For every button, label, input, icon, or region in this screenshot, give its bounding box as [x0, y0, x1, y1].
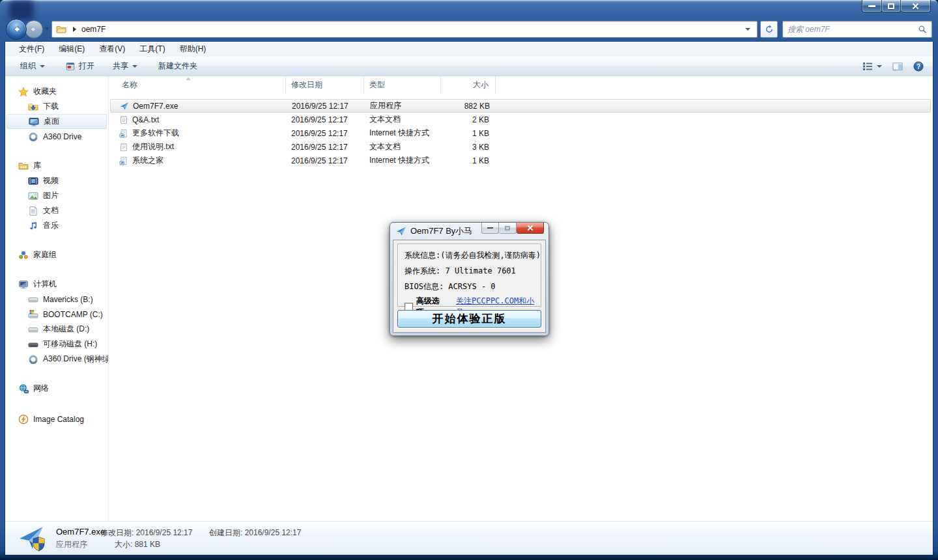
sidebar-item-downloads[interactable]: 下载: [7, 99, 107, 114]
recent-pages-dropdown[interactable]: [44, 27, 50, 31]
menu-view[interactable]: 查看(V): [92, 42, 132, 57]
sidebar-item-a360-drive-2[interactable]: A360 Drive (钢神绿: [7, 352, 107, 367]
desktop-icon: [29, 117, 39, 127]
sidebar-item-desktop[interactable]: 桌面: [7, 114, 107, 129]
column-header-size[interactable]: 大小: [441, 76, 496, 94]
address-bar[interactable]: oem7F: [51, 21, 758, 38]
file-size: 3 KB: [441, 143, 496, 152]
details-pane: Oem7F7.exe 修改日期: 2016/9/25 12:17 创建日期: 2…: [5, 521, 933, 555]
column-headers: 名称 修改日期 类型 大小: [109, 76, 933, 94]
sidebar-label: Image Catalog: [33, 415, 84, 424]
preview-pane-icon[interactable]: [892, 61, 903, 72]
details-modified: 修改日期: 2016/9/25 12:17: [100, 527, 192, 539]
close-button[interactable]: [901, 0, 931, 12]
internet-shortcut-icon: [119, 156, 128, 165]
breadcrumb-path[interactable]: oem7F: [81, 25, 106, 34]
plane-shield-icon: [18, 525, 46, 552]
sidebar-item-network[interactable]: 网络: [7, 381, 107, 396]
sidebar-label: A360 Drive (钢神绿: [43, 354, 109, 365]
sidebar-label: 网络: [33, 383, 49, 394]
details-created: 创建日期: 2016/9/25 12:17: [209, 527, 301, 539]
chevron-down-icon: [877, 65, 882, 68]
dialog-maximize-button: [499, 223, 517, 234]
internet-shortcut-icon: [119, 129, 128, 138]
minimize-button[interactable]: [862, 0, 882, 12]
help-icon[interactable]: [913, 61, 924, 72]
file-size: 882 KB: [442, 102, 496, 111]
oem7f7-dialog: Oem7F7 By小马 系统信息:(请务必自我检测,谨防病毒) 操作系统: 7 …: [390, 222, 549, 336]
os-line: 操作系统: 7 Ultimate 7601: [405, 266, 516, 277]
file-size: 1 KB: [441, 156, 496, 165]
sidebar-item-drive-c[interactable]: BOOTCAMP (C:): [7, 307, 107, 322]
file-type: 文本文档: [364, 141, 441, 152]
back-button[interactable]: [6, 19, 27, 40]
menu-help[interactable]: 帮助(H): [173, 42, 214, 57]
search-input[interactable]: [788, 25, 918, 34]
search-box[interactable]: [782, 21, 932, 38]
menu-file[interactable]: 文件(F): [12, 42, 51, 57]
change-view-button[interactable]: [862, 61, 882, 72]
sidebar-item-drive-d[interactable]: 本地磁盘 (D:): [7, 322, 107, 337]
libraries-icon: [18, 161, 29, 171]
sidebar-item-a360-drive[interactable]: A360 Drive: [7, 129, 107, 144]
menu-tools[interactable]: 工具(T): [132, 42, 172, 57]
documents-icon: [28, 206, 38, 216]
dialog-close-button[interactable]: [517, 223, 544, 234]
file-date: 2016/9/25 12:17: [286, 115, 364, 124]
dialog-minimize-button[interactable]: [481, 223, 499, 234]
file-row-instructions-txt[interactable]: 使用说明.txt 2016/9/25 12:17 文本文档 3 KB: [110, 140, 931, 154]
sidebar-item-drive-b[interactable]: Mavericks (B:): [7, 292, 107, 307]
a360-drive-icon: [28, 132, 38, 142]
sidebar-item-drive-h[interactable]: 可移动磁盘 (H:): [7, 337, 107, 352]
sidebar-item-pictures[interactable]: 图片: [7, 188, 107, 203]
sidebar-item-libraries[interactable]: 库: [7, 158, 107, 173]
dialog-body: 系统信息:(请务必自我检测,谨防病毒) 操作系统: 7 Ultimate 760…: [393, 240, 546, 333]
sort-ascending-icon: [186, 77, 191, 80]
paper-plane-icon: [396, 226, 406, 236]
file-name: 更多软件下载: [132, 128, 179, 139]
file-type: Internet 快捷方式: [364, 128, 441, 139]
column-header-date[interactable]: 修改日期: [286, 76, 364, 94]
open-button[interactable]: 打开: [60, 59, 100, 74]
sidebar-item-favorites[interactable]: 收藏夹: [7, 84, 107, 99]
column-header-name[interactable]: 名称: [109, 76, 286, 94]
sidebar-label: 视频: [43, 175, 59, 186]
refresh-button[interactable]: [760, 21, 778, 38]
file-row-oem7f7-exe[interactable]: Oem7F7.exe 2016/9/25 12:17 应用程序 882 KB: [110, 99, 931, 113]
drive-icon: [28, 294, 38, 305]
share-button[interactable]: 共享: [107, 59, 143, 74]
sidebar-item-image-catalog[interactable]: Image Catalog: [7, 412, 107, 427]
breadcrumb-arrow-icon[interactable]: [73, 27, 76, 32]
file-row-system-home[interactable]: 系统之家 2016/9/25 12:17 Internet 快捷方式 1 KB: [110, 154, 931, 167]
file-date: 2016/9/25 12:17: [287, 102, 365, 111]
start-genuine-button[interactable]: 开始体验正版: [397, 310, 541, 328]
music-icon: [28, 221, 38, 231]
sidebar-label: 收藏夹: [33, 86, 57, 97]
open-label: 打开: [79, 61, 94, 72]
sidebar-item-computer[interactable]: 计算机: [7, 277, 107, 292]
sidebar-label: 本地磁盘 (D:): [43, 324, 89, 335]
file-row-more-downloads[interactable]: 更多软件下载 2016/9/25 12:17 Internet 快捷方式 1 K…: [110, 126, 931, 140]
address-dropdown-icon[interactable]: [745, 28, 750, 31]
network-icon: [18, 384, 29, 394]
forward-button[interactable]: [25, 20, 43, 38]
sidebar-item-documents[interactable]: 文档: [7, 203, 107, 218]
column-header-type[interactable]: 类型: [364, 76, 441, 94]
new-folder-button[interactable]: 新建文件夹: [152, 59, 203, 74]
pictures-icon: [28, 191, 38, 201]
maximize-button[interactable]: [882, 0, 901, 12]
file-type: 应用程序: [365, 100, 442, 111]
share-label: 共享: [113, 61, 128, 72]
menu-edit[interactable]: 编辑(E): [51, 42, 92, 57]
sidebar-item-videos[interactable]: 视频: [7, 173, 107, 188]
text-file-icon: [119, 143, 128, 152]
sidebar-item-music[interactable]: 音乐: [7, 218, 107, 233]
file-row-qa-txt[interactable]: Q&A.txt 2016/9/25 12:17 文本文档 2 KB: [110, 113, 931, 126]
drive-icon: [28, 324, 38, 335]
file-size: 1 KB: [441, 129, 496, 138]
organize-button[interactable]: 组织: [14, 59, 51, 74]
file-name: Oem7F7.exe: [133, 102, 178, 111]
back-arrow-icon: [11, 24, 21, 35]
minimize-icon: [868, 5, 875, 7]
sidebar-item-homegroup[interactable]: 家庭组: [7, 247, 107, 262]
